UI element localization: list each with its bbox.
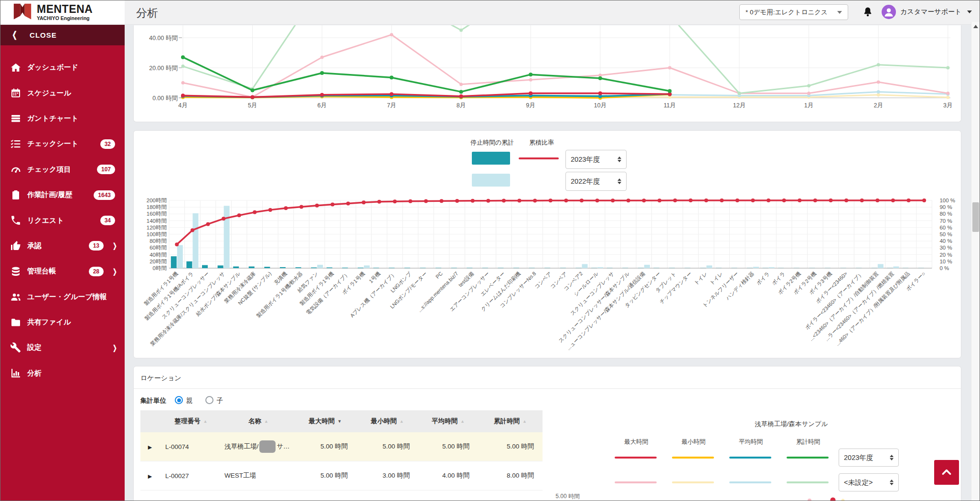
radio-child[interactable]: 子 xyxy=(205,396,224,405)
mini-year-select-2[interactable]: <未設定> xyxy=(839,473,899,491)
page-scrollbar[interactable] xyxy=(971,22,980,501)
row-expand-arrow-icon[interactable]: ▶ xyxy=(148,444,152,450)
svg-text:...460>（アーカイブ）/附属装置及び附属品: ...460>（アーカイブ）/附属装置及び附属品 xyxy=(834,271,911,347)
svg-text:40 %: 40 % xyxy=(939,238,952,244)
mini-legend-line-previous xyxy=(787,481,829,483)
svg-text:トイレ: トイレ xyxy=(708,271,724,286)
radio-unselected-icon[interactable] xyxy=(205,396,213,404)
row-expand-arrow-icon[interactable]: ▶ xyxy=(148,473,152,479)
sidebar: ❮ CLOSE ダッシュボードスケジュールガントチャートチェックシート32チェッ… xyxy=(0,24,125,501)
svg-text:20 %: 20 % xyxy=(939,252,952,258)
svg-text:100 %: 100 % xyxy=(939,198,955,203)
svg-text:10 %: 10 % xyxy=(939,259,952,264)
column-label: 累計時間 xyxy=(494,417,520,426)
chevron-right-icon: ❯ xyxy=(113,267,117,276)
sort-asc-icon[interactable]: ▲ xyxy=(460,419,465,424)
sidebar-item-approval[interactable]: 承認13❯ xyxy=(0,233,125,259)
table-row[interactable]: ▶L-00027WEST工場5.00 時間3.00 時間4.00 時間8.00 … xyxy=(140,461,543,491)
mini-legend-min: 最小時間 xyxy=(672,438,715,446)
user-name: カスタマーサポート xyxy=(900,8,961,15)
count-badge: 107 xyxy=(97,165,115,174)
aggregate-unit-radio-group: 集計単位 親 子 xyxy=(140,396,235,405)
users-icon xyxy=(10,291,21,303)
svg-text:200時間: 200時間 xyxy=(147,198,167,203)
sort-asc-icon[interactable]: ▲ xyxy=(264,419,268,424)
table-header-5[interactable]: 累計時間 ▲ xyxy=(478,417,543,426)
mini-legend-line-current xyxy=(787,457,829,459)
table-header-row: 整理番号 ▲ 名称 ▲ 最大時間 ▼ 最小時間 ▲ 平均時間 ▲ 累計時間 ▲ xyxy=(140,410,543,432)
sort-asc-icon[interactable]: ▲ xyxy=(203,419,208,424)
svg-text:80時間: 80時間 xyxy=(149,238,167,244)
radio-selected-icon[interactable] xyxy=(175,396,183,404)
sidebar-item-label: ダッシュボード xyxy=(27,63,78,72)
svg-text:1号機: 1号機 xyxy=(368,271,381,284)
sidebar-item-analysis[interactable]: 分析 xyxy=(0,361,125,386)
sidebar-item-dashboard[interactable]: ダッシュボード xyxy=(0,55,125,80)
table-header-1[interactable]: 名称 ▲ xyxy=(223,417,294,426)
table-header-2[interactable]: 最大時間 ▼ xyxy=(294,417,356,426)
sidebar-item-label: 作業計画/履歴 xyxy=(27,190,72,199)
table-row[interactable]: ▶L-00007A工場5.00 時間0.00 時間2.50 時間5.00 時間 xyxy=(140,491,543,501)
scrollbar-thumb[interactable] xyxy=(972,202,979,232)
pareto-chart: 0時間20時間40時間60時間80時間100時間120時間140時間160時間1… xyxy=(134,131,961,358)
sidebar-item-check-sheet[interactable]: チェックシート32 xyxy=(0,131,125,157)
mini-legend-avg: 平均時間 xyxy=(729,438,772,446)
thumbs-up-icon xyxy=(10,240,21,251)
notification-bell-icon[interactable] xyxy=(861,6,874,19)
gauge-icon xyxy=(10,164,21,175)
svg-text:50 %: 50 % xyxy=(939,231,952,237)
sidebar-item-ledger[interactable]: 管理台帳28❯ xyxy=(0,259,125,284)
svg-text:12月: 12月 xyxy=(733,102,746,109)
user-menu[interactable]: カスタマーサポート xyxy=(900,8,972,16)
sidebar-item-work-plan-history[interactable]: 作業計画/履歴1643 xyxy=(0,182,125,208)
monthly-downtime-chart-panel: 0.00 時間20.00 時間40.00 時間4月5月6月7月8月9月10月11… xyxy=(133,25,961,122)
svg-text:40時間: 40時間 xyxy=(149,252,167,258)
sort-asc-icon[interactable]: ▲ xyxy=(522,419,527,424)
brand-sub: YACHIYO Engineering xyxy=(37,16,93,21)
cell-min: 3.00 時間 xyxy=(356,471,418,480)
mini-legend-line-previous xyxy=(729,481,771,483)
sort-desc-icon[interactable]: ▼ xyxy=(338,419,342,424)
app-window: MENTENA YACHIYO Engineering 分析 * 0デモ用:エレ… xyxy=(0,0,980,501)
scrollbar-up-arrow-icon[interactable] xyxy=(973,25,978,28)
svg-text:90 %: 90 % xyxy=(939,204,952,210)
sidebar-item-shared-files[interactable]: 共有ファイル xyxy=(0,310,125,335)
mini-year-select-1[interactable]: 2023年度 xyxy=(839,449,899,467)
svg-text:ハンディ検針器: ハンディ検針器 xyxy=(724,271,755,301)
svg-text:8月: 8月 xyxy=(457,102,466,109)
sidebar-item-schedule[interactable]: スケジュール xyxy=(0,80,125,105)
user-avatar[interactable] xyxy=(882,5,896,19)
svg-text:4月: 4月 xyxy=(178,102,187,109)
svg-text:160時間: 160時間 xyxy=(147,211,167,217)
workspace-select[interactable]: * 0デモ用:エレクトロニクス xyxy=(739,4,848,20)
table-header-0[interactable]: 整理番号 ▲ xyxy=(160,417,223,426)
sort-asc-icon[interactable]: ▲ xyxy=(400,419,404,424)
table-row[interactable]: ▶L-00074浅草橋工場/サ…5.00 時間5.00 時間5.00 時間5.0… xyxy=(140,432,543,461)
svg-text:業務用冷凍冷蔵庫/スクリューコンプレッサ: 業務用冷凍冷蔵庫/スクリューコンプレッサ xyxy=(149,271,225,347)
sidebar-close-button[interactable]: ❮ CLOSE xyxy=(0,24,125,45)
mini-chart-title: 浅草橋工場/森本サンプル xyxy=(720,420,863,428)
column-label: 整理番号 xyxy=(175,417,201,426)
sidebar-item-check-items[interactable]: チェック項目107 xyxy=(0,157,125,182)
radio-parent[interactable]: 親 xyxy=(175,396,193,405)
table-header-3[interactable]: 最小時間 ▲ xyxy=(356,417,418,426)
table-header-4[interactable]: 平均時間 ▲ xyxy=(418,417,478,426)
mini-legend-line-previous xyxy=(672,481,714,483)
cell-avg: 4.00 時間 xyxy=(418,471,478,480)
page-title: 分析 xyxy=(136,6,158,21)
chevron-down-icon xyxy=(837,11,842,14)
cell-name: 浅草橋工場/サ… xyxy=(223,440,294,453)
svg-text:0 %: 0 % xyxy=(939,265,949,271)
svg-text:120時間: 120時間 xyxy=(147,225,167,230)
sidebar-item-request[interactable]: リクエスト34 xyxy=(0,208,125,233)
svg-text:0.00 時間: 0.00 時間 xyxy=(152,95,178,102)
sidebar-item-gantt-chart[interactable]: ガントチャート xyxy=(0,106,125,131)
sidebar-item-user-group-info[interactable]: ユーザー・グループ情報 xyxy=(0,284,125,310)
scroll-to-top-button[interactable] xyxy=(934,460,959,485)
chart-icon xyxy=(10,367,21,379)
cell-name: WEST工場 xyxy=(223,471,294,480)
app-logo[interactable]: MENTENA YACHIYO Engineering xyxy=(0,0,125,24)
location-panel: ロケーション 集計単位 親 子 整理番号 ▲ 名称 ▲ 最大時間 ▼ 最小時間 … xyxy=(133,366,961,501)
sidebar-item-settings[interactable]: 設定❯ xyxy=(0,335,125,360)
cell-id: L-00027 xyxy=(160,472,223,480)
